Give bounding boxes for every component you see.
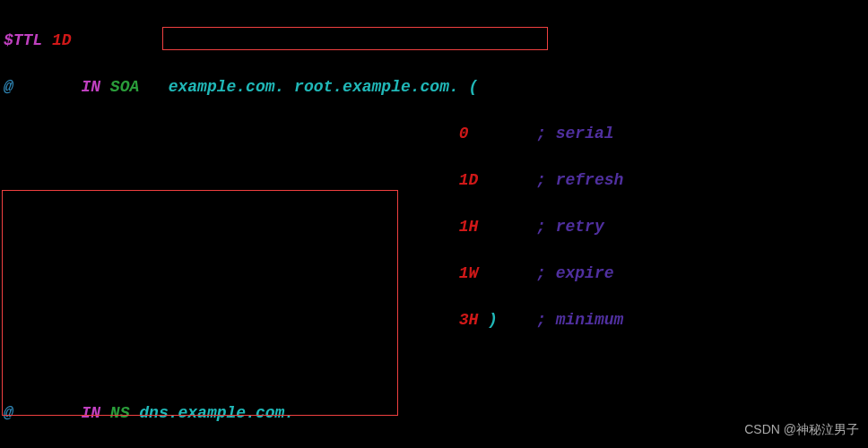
soa-rname: root.example.com. bbox=[294, 78, 459, 96]
zone-file-editor[interactable]: $TTL 1D @ IN SOA example.com. root.examp… bbox=[0, 0, 868, 448]
soa-close-paren: ) bbox=[488, 311, 498, 329]
soa-minimum-value: 3H bbox=[459, 311, 479, 329]
soa-expire-comment: ; expire bbox=[536, 264, 613, 282]
soa-mname: example.com. bbox=[169, 78, 285, 96]
soa-open-paren: ( bbox=[469, 78, 479, 96]
soa-expire-value: 1W bbox=[459, 264, 479, 282]
soa-param-minimum: 3H ) ; minimum bbox=[4, 308, 864, 332]
soa-serial-value: 0 bbox=[459, 125, 469, 142]
ns-record: @ IN NS dns.example.com. bbox=[4, 401, 864, 425]
blank-line bbox=[4, 355, 864, 378]
soa-serial-comment: ; serial bbox=[536, 125, 613, 142]
soa-param-expire: 1W ; expire bbox=[4, 262, 864, 285]
soa-line: @ IN SOA example.com. root.example.com. … bbox=[4, 75, 864, 99]
rec-type-0: NS bbox=[110, 404, 130, 422]
rec-name-0: @ bbox=[4, 404, 13, 422]
soa-retry-comment: ; retry bbox=[536, 218, 604, 236]
soa-minimum-comment: ; minimum bbox=[536, 311, 623, 329]
ttl-value: 1D bbox=[52, 31, 72, 49]
soa-refresh-comment: ; refresh bbox=[536, 171, 623, 189]
rec-class-0: IN bbox=[81, 404, 100, 422]
soa-origin: @ bbox=[4, 78, 13, 96]
rec-value-0: dns.example.com. bbox=[139, 404, 294, 422]
soa-param-serial: 0 ; serial bbox=[4, 122, 864, 145]
ttl-line: $TTL 1D bbox=[4, 29, 864, 52]
ttl-directive: $TTL bbox=[4, 31, 42, 49]
soa-retry-value: 1H bbox=[459, 218, 479, 236]
soa-class: IN bbox=[81, 78, 100, 96]
soa-param-retry: 1H ; retry bbox=[4, 215, 864, 238]
soa-type: SOA bbox=[110, 78, 139, 96]
watermark-text: CSDN @神秘泣男子 bbox=[744, 418, 859, 441]
soa-param-refresh: 1D ; refresh bbox=[4, 168, 864, 192]
soa-refresh-value: 1D bbox=[459, 171, 479, 189]
